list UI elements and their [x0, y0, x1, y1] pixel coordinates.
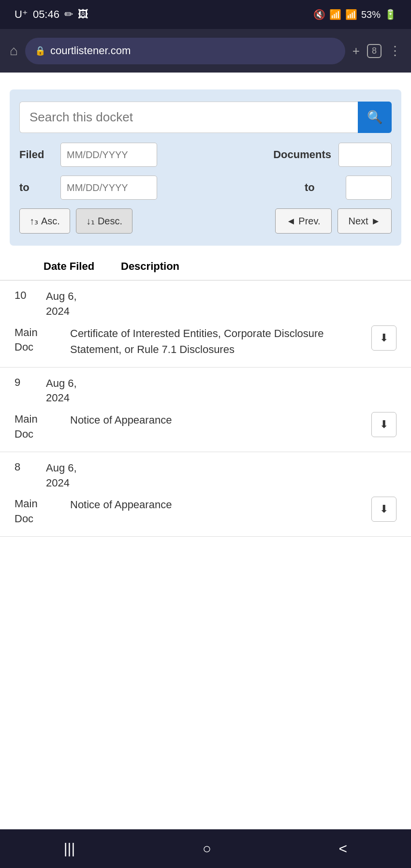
row-10-date: Aug 6,2024 [46, 289, 77, 319]
col-header-desc: Description [121, 260, 396, 273]
edit-icon: ✏ [64, 8, 73, 21]
status-time: 05:46 [33, 8, 59, 21]
lock-icon: 🔒 [35, 45, 45, 56]
row-10-num: 10 [15, 289, 39, 302]
filed-from-input[interactable] [60, 143, 157, 167]
prev-button[interactable]: ◄ Prev. [275, 208, 332, 234]
sort-desc-button[interactable]: ↓₁ Desc. [76, 208, 132, 234]
row-9-detail: MainDoc Notice of Appearance ⬇ [0, 410, 411, 452]
next-button[interactable]: Next ► [338, 208, 392, 234]
browser-chrome: ⌂ 🔒 courtlistener.com + 8 ⋮ [0, 29, 411, 73]
new-tab-button[interactable]: + [352, 44, 360, 59]
docket-row-8: 8 Aug 6,2024 MainDoc Notice of Appearanc… [0, 452, 411, 537]
documents-to-input[interactable] [346, 176, 392, 200]
search-row: 🔍 [19, 102, 392, 133]
row-10-detail: MainDoc Certificate of Interested Entiti… [0, 323, 411, 367]
status-right: 🔇 📶 📶 53% 🔋 [313, 9, 396, 20]
row-10-desc: Certificate of Interested Entities, Corp… [70, 325, 359, 357]
to-label-2: to [305, 181, 338, 194]
search-icon: 🔍 [367, 110, 382, 125]
sort-desc-label: Desc. [98, 216, 122, 227]
menu-button[interactable]: ⋮ [389, 44, 401, 59]
row-8-download-button[interactable]: ⬇ [371, 497, 396, 522]
docket-row-9: 9 Aug 6,2024 MainDoc Notice of Appearanc… [0, 368, 411, 452]
row-9-header: 9 Aug 6,2024 [0, 368, 411, 410]
to-label-1: to [19, 181, 53, 194]
sort-nav-row: ↑₃ Asc. ↓₁ Desc. ◄ Prev. Next ► [19, 208, 392, 234]
signal-icon: 📶 [345, 9, 357, 20]
docket-row-10: 10 Aug 6,2024 MainDoc Certificate of Int… [0, 280, 411, 368]
next-label: Next ► [349, 216, 381, 226]
browser-actions: + 8 ⋮ [352, 44, 401, 59]
tab-count[interactable]: 8 [367, 44, 382, 58]
status-left: U⁺ 05:46 ✏ 🖼 [15, 8, 88, 21]
bottom-nav: ||| ○ < [0, 829, 411, 868]
row-10-header: 10 Aug 6,2024 [0, 280, 411, 323]
url-text: courtlistener.com [50, 44, 131, 57]
search-button[interactable]: 🔍 [358, 102, 392, 133]
search-input[interactable] [19, 102, 358, 133]
to-row: to to [19, 176, 392, 200]
sort-asc-label: Asc. [41, 216, 60, 227]
filed-row: Filed Documents [19, 143, 392, 167]
table-header: Date Filed Description [0, 253, 411, 280]
row-9-desc: Notice of Appearance [70, 412, 359, 428]
row-10-download-button[interactable]: ⬇ [371, 325, 396, 351]
search-panel: 🔍 Filed Documents to to ↑₃ Asc. ↓ [10, 89, 401, 246]
row-10-type: MainDoc [15, 325, 63, 355]
mute-icon: 🔇 [313, 9, 325, 20]
row-9-actions: ⬇ [371, 412, 396, 437]
home-button[interactable]: ⌂ [10, 43, 18, 59]
prev-label: ◄ Prev. [286, 216, 321, 226]
main-content: 🔍 Filed Documents to to ↑₃ Asc. ↓ [0, 73, 411, 546]
col-header-date: Date Filed [44, 260, 121, 273]
battery-pct: 53% [361, 9, 381, 20]
row-9-date: Aug 6,2024 [46, 376, 77, 406]
status-carrier: U⁺ [15, 8, 28, 21]
row-8-detail: MainDoc Notice of Appearance ⬇ [0, 494, 411, 536]
row-8-actions: ⬇ [371, 497, 396, 522]
row-9-num: 9 [15, 376, 39, 389]
documents-from-input[interactable] [338, 143, 392, 167]
nav-home-icon[interactable]: ○ [203, 840, 211, 857]
docket-table: Date Filed Description 10 Aug 6,2024 Mai… [0, 253, 411, 537]
row-9-type: MainDoc [15, 412, 63, 442]
row-8-header: 8 Aug 6,2024 [0, 452, 411, 495]
row-8-type: MainDoc [15, 497, 63, 527]
wifi-icon: 📶 [329, 9, 341, 20]
nav-recent-icon[interactable]: ||| [64, 840, 75, 857]
sort-asc-icon: ↑₃ [29, 215, 38, 227]
sort-desc-icon: ↓₁ [86, 215, 95, 227]
nav-back-icon[interactable]: < [339, 840, 348, 857]
row-8-desc: Notice of Appearance [70, 497, 359, 513]
filed-to-input[interactable] [60, 176, 157, 200]
image-icon: 🖼 [78, 8, 88, 21]
battery-icon: 🔋 [384, 9, 396, 20]
row-10-actions: ⬇ [371, 325, 396, 351]
documents-label: Documents [273, 148, 331, 161]
row-8-date: Aug 6,2024 [46, 461, 77, 491]
sort-asc-button[interactable]: ↑₃ Asc. [19, 208, 70, 234]
filed-label: Filed [19, 148, 53, 161]
address-bar[interactable]: 🔒 courtlistener.com [25, 38, 345, 64]
row-9-download-button[interactable]: ⬇ [371, 412, 396, 437]
status-bar: U⁺ 05:46 ✏ 🖼 🔇 📶 📶 53% 🔋 [0, 0, 411, 29]
row-8-num: 8 [15, 461, 39, 473]
